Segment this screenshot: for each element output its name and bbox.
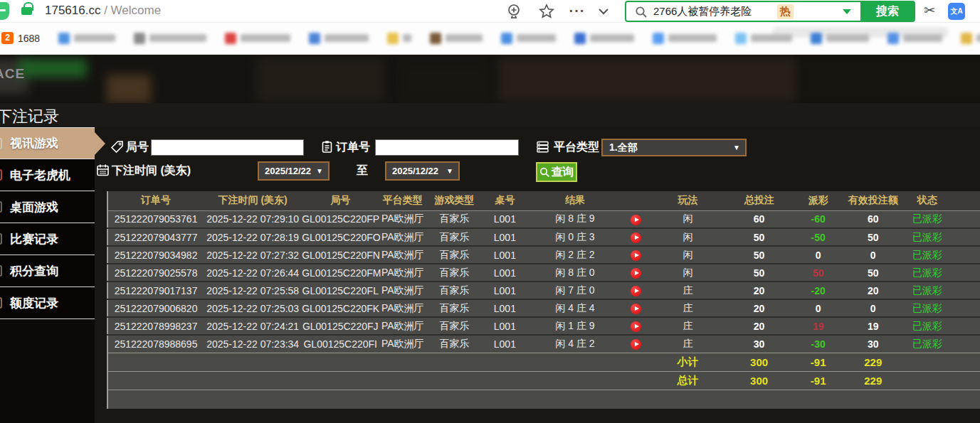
sidebar-item-video-games[interactable]: 视讯游戏 [0,127,95,159]
cell-game [954,264,980,282]
browser-search-box[interactable]: 2766人被暂停养老险 热 搜索 [625,1,915,22]
play-icon[interactable] [631,268,641,279]
cell-order-id: 251222079006820 [107,299,204,317]
play-icon[interactable] [631,286,641,296]
play-icon[interactable] [631,339,641,350]
play-icon[interactable] [631,304,641,314]
cell-platform: PA欧洲厅 [379,264,426,282]
cell-table-no: L001 [482,282,527,299]
cell-order-id: 251222078988695 [107,335,204,353]
video-games-icon [0,138,2,149]
bookmark-item[interactable] [735,33,792,44]
date-to-select[interactable]: 2025/12/22 ▼ [385,161,460,181]
play-icon[interactable] [631,250,641,261]
bookmark-item[interactable] [811,33,869,44]
cell-payout: 50 [791,264,845,282]
page-title-bar: 下注记录 [0,103,980,127]
sidebar-item-quota-records[interactable]: 额度记录 [0,287,95,319]
cell-total-bet: 30 [727,335,791,353]
play-icon[interactable] [631,321,641,332]
play-icon[interactable] [631,232,641,243]
bookmark-item[interactable] [430,33,483,44]
lock-icon [21,7,32,15]
search-query[interactable]: 2766人被暂停养老险 [653,5,752,18]
cell-table-no: L001 [482,210,527,228]
bookmark-item[interactable] [501,33,556,44]
cell-round-id: GL00125C220FI [302,335,379,353]
subtotal-label: 小计 [649,353,727,371]
cell-platform: PA欧洲厅 [379,299,426,317]
date-from-select[interactable]: 2025/12/22 ▼ [258,161,330,181]
calendar-icon [96,164,110,177]
cell-order-id: 251222079034982 [107,246,204,264]
sidebar-item-match-records[interactable]: 比赛记录 [0,223,95,255]
cell-valid-bet: 0 [845,299,901,317]
bookmark-item[interactable] [574,33,634,44]
play-icon[interactable] [631,215,641,225]
table-row: 251222079034982 2025-12-22 07:27:32 GL00… [107,246,980,264]
cell-total-bet: 50 [727,264,791,282]
order-id-label: 订单号 [336,140,370,155]
col-header-bet-side: 玩法 [649,191,727,210]
bookmark-favicon [735,33,747,44]
table-games-icon [0,201,2,213]
bookmark-item[interactable] [961,33,980,44]
bookmark-favicon [574,33,586,44]
bookmark-item[interactable] [309,33,369,44]
cell-play [623,299,649,317]
cell-game-type: 百家乐 [426,282,482,299]
search-dropdown-arrow-icon[interactable] [843,9,851,14]
cell-status: 已派彩 [901,299,954,317]
cell-play [623,335,649,353]
col-header-round-id: 局号 [302,191,379,210]
date-from-value: 2025/12/22 [265,166,311,176]
quota-records-icon [0,297,2,309]
bookmark-item[interactable] [58,33,115,44]
cell-result: 闲 4 庄 2 [527,335,622,353]
platform-type-select[interactable]: 1.全部 ▼ [601,139,747,156]
sidebar-item-table-games[interactable]: 桌面游戏 [0,191,95,223]
chevron-down-icon[interactable] [595,3,613,20]
query-button[interactable]: 查询 [536,162,577,182]
bookmark-item-1688[interactable]: 2 1688 [1,32,40,44]
sidebar-item-slots[interactable]: 电子老虎机 [0,159,95,191]
date-to-value: 2025/12/22 [392,166,438,176]
cell-platform: PA欧洲厅 [379,210,426,228]
screenshot-scissors-icon[interactable]: ✂ [924,2,935,18]
grand-total-valid-bet: 229 [845,371,901,390]
sidebar-item-points-query[interactable]: 积分查询 [0,255,95,287]
cell-bet-time: 2025-12-22 07:26:44 [204,264,302,282]
bookmark-label [446,34,483,42]
table-row: 251222079053761 2025-12-22 07:29:10 GL00… [107,210,980,228]
cell-bet-time: 2025-12-22 07:24:21 [204,317,302,335]
translate-icon[interactable]: 文A [948,3,965,20]
cell-game [954,228,980,246]
round-id-input[interactable] [151,139,304,156]
page-title: 下注记录 [0,106,59,127]
bookmark-item[interactable] [887,33,942,44]
bookmark-item[interactable] [225,33,290,44]
col-header-bet-time: 下注时间 (美东) [204,191,302,210]
cell-result: 闲 8 庄 0 [527,264,622,282]
bookmark-favicon [501,33,512,44]
cell-result: 闲 4 庄 4 [527,299,622,317]
more-menu-icon[interactable]: ··· [568,0,586,17]
order-id-input[interactable] [375,139,519,156]
bookmark-item[interactable] [653,33,717,44]
search-button[interactable]: 搜索 [860,1,915,21]
cell-status: 已派彩 [901,264,954,282]
sidebar-item-label: 视讯游戏 [10,135,58,151]
bookmark-item[interactable] [387,33,411,44]
col-header-order-id: 订单号 [107,191,204,210]
add-circle-icon[interactable] [505,3,524,20]
bookmark-label [903,34,942,42]
cell-payout: 0 [791,299,845,317]
address-bar[interactable]: 175616.cc / Welcome [45,4,161,18]
cell-game-type: 百家乐 [426,335,482,353]
bookmark-favicon [387,33,399,44]
favorite-star-icon[interactable] [538,3,557,20]
cell-status: 已派彩 [901,228,954,246]
bookmark-item[interactable] [134,33,206,44]
bookmark-favicon [811,33,822,44]
cell-result: 闲 2 庄 2 [527,246,622,264]
